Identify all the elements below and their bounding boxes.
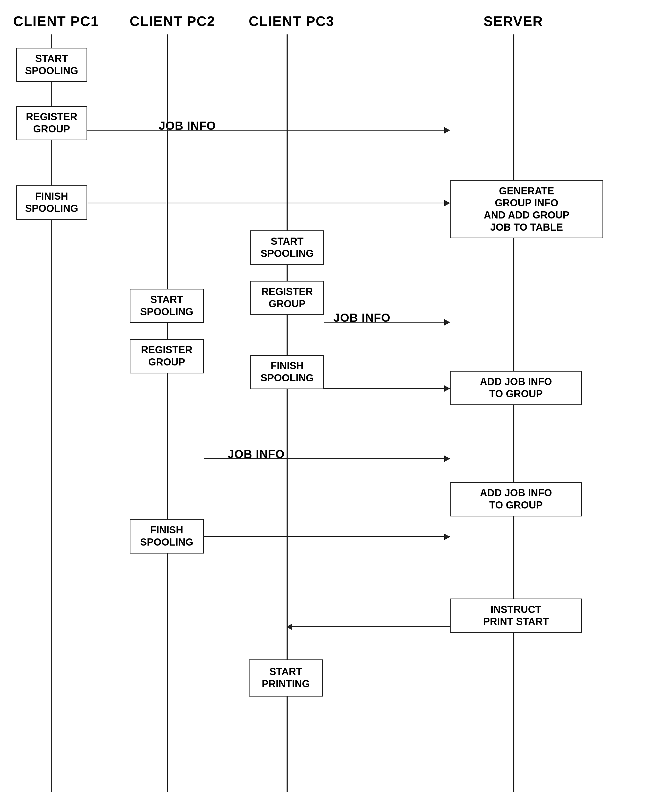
start-spooling-3a-box: STARTSPOOLING [250,230,324,265]
register-group-1-box: REGISTERGROUP [16,106,87,141]
lifeline-server [513,34,514,792]
generate-group-box: GENERATEGROUP INFOAND ADD GROUPJOB TO TA… [450,180,603,238]
finish-arrow-1 [87,203,450,203]
start-spooling-1-box: STARTSPOOLING [16,48,87,82]
finish-spooling-2-box: FINISHSPOOLING [130,519,204,554]
sequence-diagram: CLIENT PC1 CLIENT PC2 CLIENT PC3 SERVER … [0,0,657,812]
job-info-label-2: JOB INFO [227,448,285,461]
add-job-info-1-box: ADD JOB INFOTO GROUP [450,371,582,405]
lane-label-client2: CLIENT PC2 [130,13,204,29]
finish-2-arrow [204,536,450,537]
instruct-arrow [286,626,450,627]
finish-spooling-1-box: FINISHSPOOLING [16,185,87,220]
register-group-3-box: REGISTERGROUP [250,281,324,315]
lane-label-client3: CLIENT PC3 [249,13,323,29]
start-printing-box: STARTPRINTING [249,659,323,696]
instruct-print-box: INSTRUCTPRINT START [450,598,582,633]
register-group-2-box: REGISTERGROUP [130,339,204,373]
lifeline-client1 [51,34,52,792]
finish-3-arrow [324,388,450,389]
lane-label-client1: CLIENT PC1 [13,13,87,29]
add-job-info-2-box: ADD JOB INFOTO GROUP [450,482,582,517]
finish-spooling-3-box: FINISHSPOOLING [250,355,324,389]
lane-label-server: SERVER [453,13,574,29]
start-spooling-2-box: STARTSPOOLING [130,289,204,323]
job-info-arrow-1 [87,130,450,131]
dashed-lifeline-pc2 [167,127,168,162]
job-info-label-3: JOB INFO [333,311,391,325]
